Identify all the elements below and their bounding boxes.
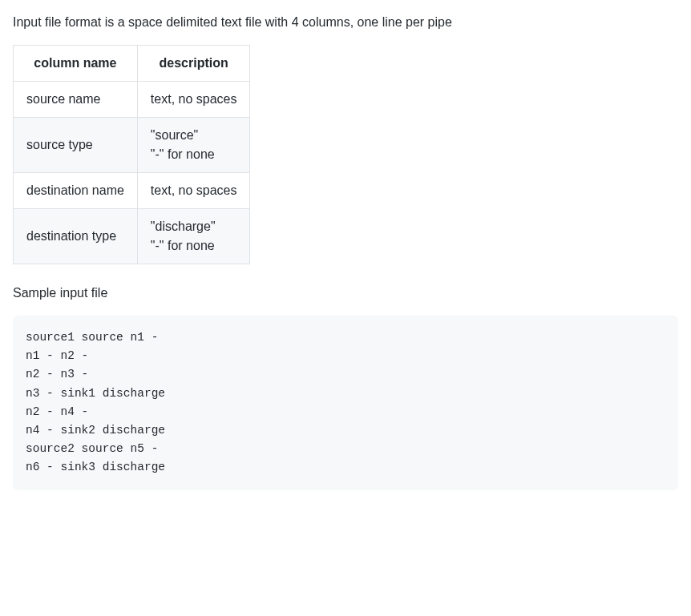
cell-description: "source" "-" for none: [137, 118, 250, 173]
table-row: source type "source" "-" for none: [14, 118, 250, 173]
cell-description: text, no spaces: [137, 173, 250, 209]
desc-line: "-" for none: [151, 236, 237, 256]
table-row: source name text, no spaces: [14, 82, 250, 118]
table-header-column-name: column name: [14, 46, 138, 82]
cell-col-name: source name: [14, 82, 138, 118]
cell-col-name: destination type: [14, 209, 138, 264]
desc-line: "-" for none: [151, 145, 237, 164]
columns-table: column name description source name text…: [13, 45, 250, 264]
desc-line: text, no spaces: [151, 90, 237, 109]
cell-col-name: destination name: [14, 173, 138, 209]
table-row: destination name text, no spaces: [14, 173, 250, 209]
intro-paragraph: Input file format is a space delimited t…: [13, 13, 678, 32]
cell-description: text, no spaces: [137, 82, 250, 118]
cell-col-name: source type: [14, 118, 138, 173]
table-row: destination type "discharge" "-" for non…: [14, 209, 250, 264]
table-header-description: description: [137, 46, 250, 82]
sample-code-block: source1 source n1 - n1 - n2 - n2 - n3 - …: [13, 316, 678, 490]
desc-line: text, no spaces: [151, 181, 237, 200]
desc-line: "discharge": [151, 217, 237, 236]
cell-description: "discharge" "-" for none: [137, 209, 250, 264]
desc-line: "source": [151, 126, 237, 145]
sample-label: Sample input file: [13, 284, 678, 303]
